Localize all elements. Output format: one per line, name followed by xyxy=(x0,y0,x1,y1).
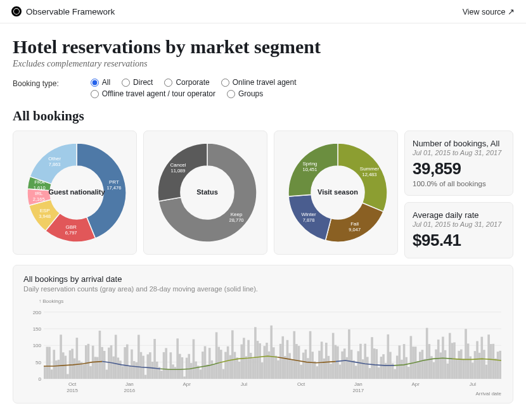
svg-rect-57 xyxy=(87,344,90,379)
svg-rect-93 xyxy=(170,352,172,379)
svg-rect-206 xyxy=(428,344,430,379)
chart-bookings-by-date: All bookings by arrival date Daily reser… xyxy=(13,265,513,404)
svg-rect-43 xyxy=(55,360,58,379)
svg-rect-203 xyxy=(421,350,424,379)
brand[interactable]: Observable Framework xyxy=(11,6,115,16)
svg-rect-56 xyxy=(85,345,87,379)
stat-bookings: Number of bookings, All Jul 01, 2015 to … xyxy=(404,130,513,196)
svg-rect-42 xyxy=(53,350,55,379)
svg-rect-117 xyxy=(224,352,227,379)
svg-rect-53 xyxy=(78,360,80,379)
svg-rect-90 xyxy=(163,352,165,379)
svg-rect-221 xyxy=(463,359,465,379)
svg-rect-160 xyxy=(323,359,325,379)
svg-rect-148 xyxy=(295,344,298,379)
view-source-link[interactable]: View source xyxy=(463,7,515,16)
svg-rect-47 xyxy=(64,356,67,379)
svg-rect-231 xyxy=(485,365,488,379)
booking-type-radiogroup: AllDirectCorporateOnline travel agentOff… xyxy=(91,78,407,98)
svg-rect-178 xyxy=(364,344,366,379)
svg-rect-67 xyxy=(110,345,113,379)
svg-text:2017: 2017 xyxy=(352,388,364,393)
page-title: Hotel reservations by market segment xyxy=(13,36,513,58)
svg-rect-175 xyxy=(357,351,360,379)
svg-rect-237 xyxy=(499,351,501,379)
chart-visit-season: Summer12,483Fall9,047Winter7,878Spring10… xyxy=(274,130,398,255)
svg-text:Arrival date: Arrival date xyxy=(476,391,502,397)
svg-text:Jul: Jul xyxy=(241,381,247,387)
svg-rect-181 xyxy=(371,337,373,379)
radio-direct[interactable]: Direct xyxy=(122,78,153,87)
svg-rect-229 xyxy=(481,337,484,379)
svg-rect-96 xyxy=(176,338,179,379)
radio-groups[interactable]: Groups xyxy=(227,89,263,98)
svg-rect-68 xyxy=(112,357,115,379)
svg-rect-44 xyxy=(58,360,60,379)
svg-rect-155 xyxy=(311,352,314,379)
svg-rect-72 xyxy=(122,366,124,379)
chart-status: Keep28,770Cancel11,089Status xyxy=(143,130,267,255)
svg-rect-183 xyxy=(375,349,378,379)
svg-rect-146 xyxy=(291,360,293,379)
svg-rect-91 xyxy=(165,348,167,379)
svg-text:11,089: 11,089 xyxy=(171,168,186,174)
svg-rect-50 xyxy=(71,349,74,379)
svg-text:28,770: 28,770 xyxy=(229,217,244,223)
svg-text:200: 200 xyxy=(33,310,42,315)
svg-rect-126 xyxy=(245,356,248,379)
svg-text:2015: 2015 xyxy=(67,388,78,393)
svg-rect-82 xyxy=(144,375,147,379)
section-heading: All bookings xyxy=(13,108,513,124)
svg-rect-197 xyxy=(407,367,410,379)
svg-rect-71 xyxy=(119,360,122,379)
svg-rect-74 xyxy=(126,345,129,379)
svg-rect-213 xyxy=(444,350,447,379)
svg-rect-116 xyxy=(222,369,225,379)
observable-logo-icon xyxy=(11,6,22,16)
svg-rect-95 xyxy=(174,367,177,379)
svg-text:0: 0 xyxy=(39,376,42,382)
radio-corporate[interactable]: Corporate xyxy=(164,78,209,87)
svg-rect-102 xyxy=(190,363,193,379)
svg-rect-223 xyxy=(467,343,470,379)
svg-rect-118 xyxy=(227,347,229,379)
svg-rect-162 xyxy=(328,356,330,379)
svg-rect-40 xyxy=(48,347,51,379)
svg-rect-169 xyxy=(343,348,346,379)
svg-text:PRT: PRT xyxy=(109,179,119,185)
radio-online-travel-agent[interactable]: Online travel agent xyxy=(221,78,297,87)
svg-text:17,476: 17,476 xyxy=(106,185,121,191)
svg-rect-228 xyxy=(478,353,481,379)
radio-all[interactable]: All xyxy=(91,78,110,87)
svg-rect-119 xyxy=(229,355,231,379)
svg-rect-202 xyxy=(419,352,421,379)
svg-rect-150 xyxy=(300,365,302,379)
svg-rect-211 xyxy=(440,352,442,379)
svg-rect-153 xyxy=(307,358,309,379)
svg-rect-58 xyxy=(89,366,92,379)
svg-rect-41 xyxy=(51,369,53,379)
svg-rect-149 xyxy=(298,346,300,379)
radio-offline-travel-agent-tour-operator[interactable]: Offline travel agent / tour operator xyxy=(91,89,215,98)
svg-rect-222 xyxy=(465,329,467,379)
svg-rect-219 xyxy=(458,351,460,379)
svg-rect-174 xyxy=(355,366,357,379)
svg-text:1,610: 1,610 xyxy=(34,185,46,191)
svg-text:150: 150 xyxy=(33,326,42,332)
svg-text:Keep: Keep xyxy=(231,212,243,217)
svg-rect-137 xyxy=(270,326,273,379)
svg-rect-176 xyxy=(359,344,362,379)
svg-rect-164 xyxy=(332,333,335,379)
svg-rect-161 xyxy=(325,343,328,379)
svg-text:12,483: 12,483 xyxy=(362,172,376,177)
stat-bookings-label: Number of bookings, All xyxy=(413,139,505,148)
svg-rect-130 xyxy=(254,327,257,379)
svg-text:100: 100 xyxy=(33,343,42,348)
svg-rect-188 xyxy=(387,334,390,379)
svg-rect-226 xyxy=(474,351,477,379)
svg-text:Summer: Summer xyxy=(360,166,380,172)
svg-rect-113 xyxy=(215,332,218,379)
svg-rect-172 xyxy=(350,350,353,379)
svg-text:IRL: IRL xyxy=(35,191,43,196)
svg-rect-86 xyxy=(153,339,156,379)
